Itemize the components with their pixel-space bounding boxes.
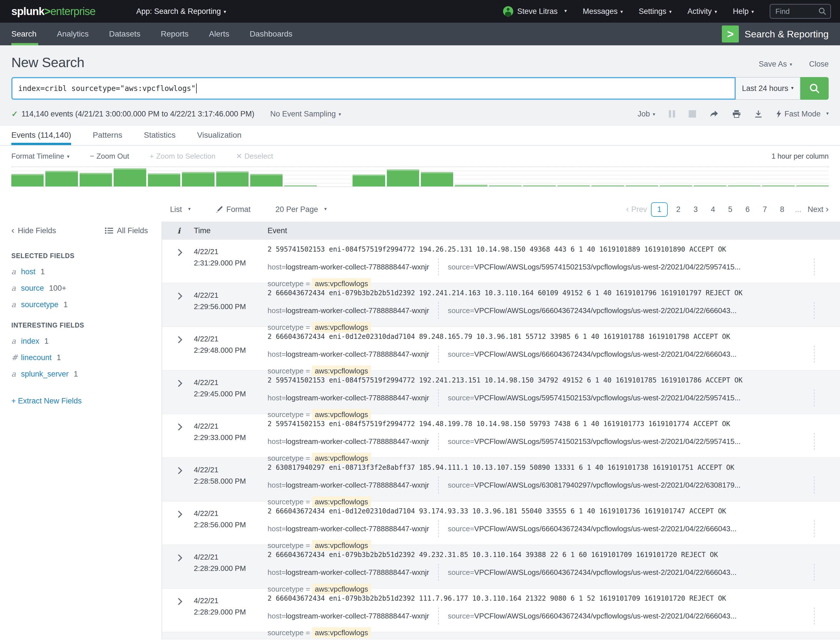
- splunk-logo[interactable]: splunk>enterprise: [12, 5, 95, 18]
- job-menu[interactable]: Job▾: [638, 110, 655, 118]
- timeline-bar-5[interactable]: [148, 173, 180, 186]
- timeline-bar-13[interactable]: [421, 172, 453, 186]
- expand-event-icon[interactable]: [178, 554, 182, 562]
- expand-event-icon[interactable]: [178, 380, 182, 387]
- save-as-menu[interactable]: Save As▾: [759, 60, 792, 69]
- find-search-box[interactable]: [770, 4, 831, 19]
- timeline-bar-4[interactable]: [113, 168, 146, 186]
- nav-item-dashboards[interactable]: Dashboards: [250, 23, 293, 45]
- timeline-bar-17[interactable]: [557, 185, 590, 186]
- nav-item-alerts[interactable]: Alerts: [209, 23, 229, 45]
- user-menu[interactable]: Steve Litras ▾: [503, 6, 567, 16]
- expand-event-icon[interactable]: [178, 598, 182, 605]
- field-value-source[interactable]: VPCFlow/AWSLogs/666043672434/vpcflowlogs…: [474, 524, 736, 533]
- field-value-source[interactable]: VPCFlow/AWSLogs/666043672434/vpcflowlogs…: [474, 612, 736, 621]
- expand-event-icon[interactable]: [178, 423, 182, 431]
- timeline-bar-21[interactable]: [694, 185, 726, 186]
- timeline-bar-16[interactable]: [523, 185, 556, 186]
- topbar-menu-activity[interactable]: Activity▾: [687, 7, 717, 16]
- field-link-index[interactable]: index: [21, 337, 39, 346]
- expand-event-icon[interactable]: [178, 336, 182, 344]
- field-link-linecount[interactable]: linecount: [21, 353, 52, 362]
- timeline-bar-15[interactable]: [489, 185, 521, 186]
- expand-event-icon[interactable]: [178, 248, 182, 256]
- page-8[interactable]: 8: [775, 203, 789, 216]
- field-value-source[interactable]: VPCFlow/AWSLogs/595741502153/vpcflowlogs…: [474, 263, 741, 271]
- nav-item-analytics[interactable]: Analytics: [57, 23, 89, 45]
- timeline-bar-24[interactable]: [796, 185, 828, 186]
- tab-events[interactable]: Events (114,140): [12, 126, 71, 145]
- share-icon[interactable]: [710, 110, 719, 118]
- nav-item-search[interactable]: Search: [12, 23, 36, 45]
- field-value-host[interactable]: logstream-worker-collect-7788888447-wxnj…: [286, 394, 429, 402]
- download-icon[interactable]: [755, 110, 762, 118]
- nav-item-datasets[interactable]: Datasets: [109, 23, 141, 45]
- tab-visualization[interactable]: Visualization: [197, 126, 242, 145]
- topbar-menu-help[interactable]: Help▾: [733, 7, 754, 16]
- timeline-bar-20[interactable]: [660, 185, 692, 186]
- timeline-bar-23[interactable]: [762, 185, 794, 186]
- field-link-splunk_server[interactable]: splunk_server: [21, 370, 69, 378]
- close-button[interactable]: Close: [809, 60, 828, 69]
- find-input[interactable]: [770, 7, 819, 16]
- nav-item-reports[interactable]: Reports: [161, 23, 189, 45]
- page-7[interactable]: 7: [758, 203, 771, 216]
- extract-new-fields-link[interactable]: + Extract New Fields: [12, 397, 148, 406]
- field-value-source[interactable]: VPCFlow/AWSLogs/666043672434/vpcflowlogs…: [474, 568, 736, 577]
- timeline-bar-6[interactable]: [182, 172, 214, 186]
- page-1[interactable]: 1: [651, 202, 668, 217]
- search-mode-menu[interactable]: Fast Mode▾: [776, 110, 828, 118]
- field-link-host[interactable]: host: [21, 268, 35, 276]
- format-timeline-menu[interactable]: Format Timeline▾: [12, 152, 69, 161]
- timeline-bar-19[interactable]: [626, 185, 658, 186]
- expand-event-icon[interactable]: [178, 510, 182, 518]
- expand-event-icon[interactable]: [178, 292, 182, 300]
- app-dropdown[interactable]: App: Search & Reporting▾: [136, 7, 226, 16]
- search-query-input[interactable]: index=cribl sourcetype="aws:vpcflowlogs": [12, 77, 736, 100]
- page-4[interactable]: 4: [706, 203, 720, 216]
- tab-statistics[interactable]: Statistics: [144, 126, 176, 145]
- topbar-menu-messages[interactable]: Messages▾: [583, 7, 623, 16]
- field-value-host[interactable]: logstream-worker-collect-7788888447-wxnj…: [286, 350, 429, 359]
- field-link-source[interactable]: source: [21, 284, 44, 293]
- timeline-bar-8[interactable]: [250, 174, 283, 186]
- hide-fields-button[interactable]: ‹Hide Fields: [12, 226, 56, 235]
- events-timeline-histogram[interactable]: [12, 167, 828, 187]
- timeline-bar-9[interactable]: [284, 185, 317, 186]
- zoom-out-button[interactable]: −Zoom Out: [90, 152, 129, 161]
- format-menu[interactable]: Format: [216, 205, 251, 214]
- list-view-menu[interactable]: List▾: [170, 205, 191, 214]
- field-value-host[interactable]: logstream-worker-collect-7788888447-wxnj…: [286, 306, 429, 315]
- timeline-bar-18[interactable]: [592, 185, 624, 186]
- timeline-bar-11[interactable]: [353, 174, 385, 186]
- print-icon[interactable]: [732, 110, 741, 118]
- field-value-source[interactable]: VPCFlow/AWSLogs/595741502153/vpcflowlogs…: [474, 437, 741, 446]
- timeline-bar-1[interactable]: [12, 174, 44, 186]
- page-6[interactable]: 6: [741, 203, 754, 216]
- field-value-source[interactable]: VPCFlow/AWSLogs/595741502153/vpcflowlogs…: [474, 394, 741, 402]
- time-range-picker[interactable]: Last 24 hours▾: [736, 77, 801, 100]
- event-sampling-menu[interactable]: No Event Sampling▾: [270, 110, 341, 118]
- field-value-host[interactable]: logstream-worker-collect-7788888447-wxnj…: [286, 481, 429, 490]
- timeline-bar-22[interactable]: [728, 185, 760, 186]
- field-link-sourcetype[interactable]: sourcetype: [21, 300, 58, 309]
- timeline-bar-12[interactable]: [387, 169, 419, 186]
- timeline-bar-14[interactable]: [455, 185, 487, 186]
- page-2[interactable]: 2: [672, 203, 685, 216]
- timeline-bar-2[interactable]: [45, 171, 78, 186]
- field-value-source[interactable]: VPCFlow/AWSLogs/666043672434/vpcflowlogs…: [474, 350, 736, 359]
- field-value-host[interactable]: logstream-worker-collect-7788888447-wxnj…: [286, 437, 429, 446]
- search-button[interactable]: [801, 77, 828, 100]
- field-value-host[interactable]: logstream-worker-collect-7788888447-wxnj…: [286, 568, 429, 577]
- field-value-source[interactable]: VPCFlow/AWSLogs/666043672434/vpcflowlogs…: [474, 306, 736, 315]
- topbar-menu-settings[interactable]: Settings▾: [639, 7, 672, 16]
- field-value-source[interactable]: VPCFlow/AWSLogs/630817940297/vpcflowlogs…: [474, 481, 741, 490]
- all-fields-button[interactable]: All Fields: [105, 227, 148, 235]
- timeline-bar-3[interactable]: [80, 173, 112, 186]
- tab-patterns[interactable]: Patterns: [93, 126, 122, 145]
- page-3[interactable]: 3: [689, 203, 702, 216]
- expand-event-icon[interactable]: [178, 467, 182, 475]
- per-page-menu[interactable]: 20 Per Page▾: [276, 205, 327, 214]
- field-value-host[interactable]: logstream-worker-collect-7788888447-wxnj…: [286, 612, 429, 621]
- page-5[interactable]: 5: [723, 203, 737, 216]
